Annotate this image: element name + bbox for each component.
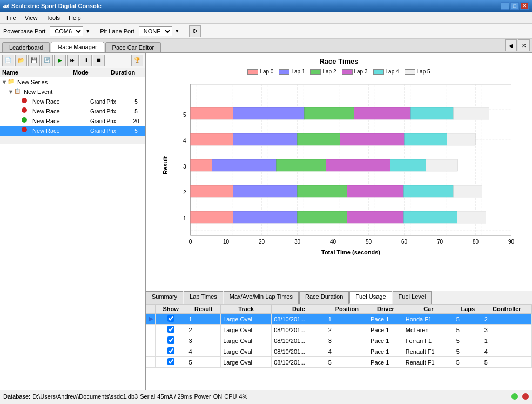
show-checkbox[interactable]	[167, 315, 174, 322]
tree-series[interactable]: ▼ 📁 New Series	[0, 77, 145, 87]
show-checkbox-cell[interactable]	[156, 357, 186, 368]
cell-laps: 5	[454, 357, 482, 368]
table-row[interactable]: 5Large Oval08/10/201...5Pace 1Renault F1…	[146, 357, 532, 368]
svg-rect-39	[347, 185, 404, 197]
cell-driver: Pace 1	[368, 357, 403, 368]
maximize-button[interactable]: □	[510, 2, 519, 10]
race2-label: New Race	[32, 108, 90, 115]
cell-car: Ferrari F1	[403, 335, 454, 346]
legend-lap0: Lap 0	[247, 69, 273, 75]
tab-summary[interactable]: Summary	[146, 291, 183, 304]
header-show: Show	[156, 305, 186, 314]
legend-lap5-label: Lap 5	[417, 69, 430, 75]
race4-label: New Race	[32, 127, 90, 134]
header-laps: Laps	[454, 305, 482, 314]
expand-event-icon: ▼	[8, 89, 14, 95]
svg-rect-36	[191, 185, 233, 197]
database-path: D:\Users\Andrew\Documents\ssdc1.db3	[32, 393, 138, 400]
show-checkbox[interactable]	[167, 336, 174, 344]
race-settings-btn[interactable]: 🏆	[131, 55, 143, 66]
tab-leaderboard[interactable]: Leaderboard	[2, 42, 50, 52]
tab-max-ave-min[interactable]: Max/Ave/Min Lap Times	[224, 291, 299, 304]
tab-race-manager[interactable]: Race Manager	[51, 42, 104, 52]
menu-bar: File View Tools Help	[0, 12, 532, 24]
refresh-btn[interactable]: 🔄	[41, 55, 53, 66]
expand-race4-icon	[15, 127, 22, 134]
open-btn[interactable]: 📂	[15, 55, 27, 66]
table-row[interactable]: 3Large Oval08/10/201...3Pace 1Ferrari F1…	[146, 335, 532, 346]
tree-race-4[interactable]: New Race Grand Prix 5	[0, 126, 145, 136]
cell-date: 08/10/201...	[272, 335, 326, 346]
svg-rect-49	[233, 133, 298, 145]
show-checkbox-cell[interactable]	[156, 346, 186, 357]
show-checkbox[interactable]	[167, 326, 174, 333]
show-checkbox-cell[interactable]	[156, 314, 186, 325]
menu-help[interactable]: Help	[64, 14, 85, 22]
row-indicator-cell: ▶	[146, 314, 156, 325]
svg-rect-37	[233, 185, 298, 197]
status-led-green	[511, 393, 518, 400]
row-indicator-cell	[146, 325, 156, 335]
menu-view[interactable]: View	[21, 14, 42, 22]
powerbase-port-select[interactable]: COM6	[50, 26, 83, 36]
power-label: Power	[194, 393, 211, 400]
tab-lap-times[interactable]: Lap Times	[184, 291, 223, 304]
tab-fuel-usage[interactable]: Fuel Usage	[349, 291, 392, 304]
close-button[interactable]: ✕	[520, 2, 529, 10]
powerbase-label: Powerbase Port	[3, 28, 45, 35]
minimize-button[interactable]: ─	[501, 2, 509, 10]
table-row[interactable]: ▶1Large Oval08/10/201...1Pace 1Honda F15…	[146, 314, 532, 325]
toolbar: Powerbase Port COM6 ▾ Pit Lane Port NONE…	[0, 24, 532, 39]
tree-race-1[interactable]: New Race Grand Prix 5	[0, 97, 145, 106]
save-btn[interactable]: 💾	[28, 55, 40, 66]
title-bar-controls: ─ □ ✕	[501, 2, 529, 10]
svg-text:40: 40	[330, 239, 336, 245]
play-btn[interactable]: ⏭	[67, 55, 79, 66]
menu-file[interactable]: File	[2, 14, 21, 22]
tab-race-duration[interactable]: Race Duration	[299, 291, 349, 304]
tree-header: Name Mode Duration	[0, 68, 145, 77]
table-row[interactable]: 4Large Oval08/10/201...4Pace 1Renault F1…	[146, 346, 532, 357]
tab-pace-car-editor[interactable]: Pace Car Editor	[105, 42, 161, 52]
cell-date: 08/10/201...	[272, 314, 326, 325]
cell-result: 5	[186, 357, 221, 368]
tab-scroll-left[interactable]: ◀	[505, 39, 517, 51]
tab-fuel-level[interactable]: Fuel Level	[393, 291, 432, 304]
svg-rect-44	[277, 159, 326, 171]
horizontal-scrollbar[interactable]	[0, 136, 145, 144]
new-btn[interactable]: 📄	[2, 55, 14, 66]
tree-event[interactable]: ▼ 📋 New Event	[0, 87, 145, 97]
svg-rect-38	[298, 185, 347, 197]
cell-controller: 5	[482, 357, 531, 368]
header-track: Track	[221, 305, 272, 314]
start-btn[interactable]: ▶	[54, 55, 66, 66]
tree-race-3[interactable]: New Race Grand Prix 20	[0, 116, 145, 126]
cell-driver: Pace 1	[368, 314, 403, 325]
svg-text:Total Time (seconds): Total Time (seconds)	[321, 249, 380, 255]
svg-text:20: 20	[259, 239, 265, 245]
legend-lap3: Lap 3	[342, 69, 368, 75]
stop-btn[interactable]: ⏹	[93, 55, 105, 66]
svg-rect-47	[426, 159, 458, 171]
pause-btn[interactable]: ⏸	[80, 55, 92, 66]
svg-text:Result: Result	[162, 156, 169, 174]
settings-button[interactable]: ⚙	[189, 25, 201, 37]
cell-car: Renault F1	[403, 357, 454, 368]
power-value: ON	[213, 393, 223, 400]
show-checkbox[interactable]	[167, 347, 174, 354]
pitlane-port-select[interactable]: NONE	[139, 26, 172, 36]
app-icon: 🏎	[3, 3, 9, 9]
cell-car: Honda F1	[403, 314, 454, 325]
svg-rect-55	[233, 107, 305, 119]
svg-text:2: 2	[183, 190, 186, 196]
tree-race-2[interactable]: New Race Grand Prix 5	[0, 106, 145, 116]
table-row[interactable]: 2Large Oval08/10/201...2Pace 1McLaren53	[146, 325, 532, 335]
window-title: Scalextric Sport Digital Console	[11, 3, 102, 9]
menu-tools[interactable]: Tools	[42, 14, 64, 22]
tab-close-button[interactable]: ✕	[518, 39, 530, 51]
svg-rect-41	[454, 185, 482, 197]
race3-mode: Grand Prix	[90, 118, 128, 124]
show-checkbox-cell[interactable]	[156, 335, 186, 346]
show-checkbox[interactable]	[167, 358, 174, 365]
show-checkbox-cell[interactable]	[156, 325, 186, 335]
